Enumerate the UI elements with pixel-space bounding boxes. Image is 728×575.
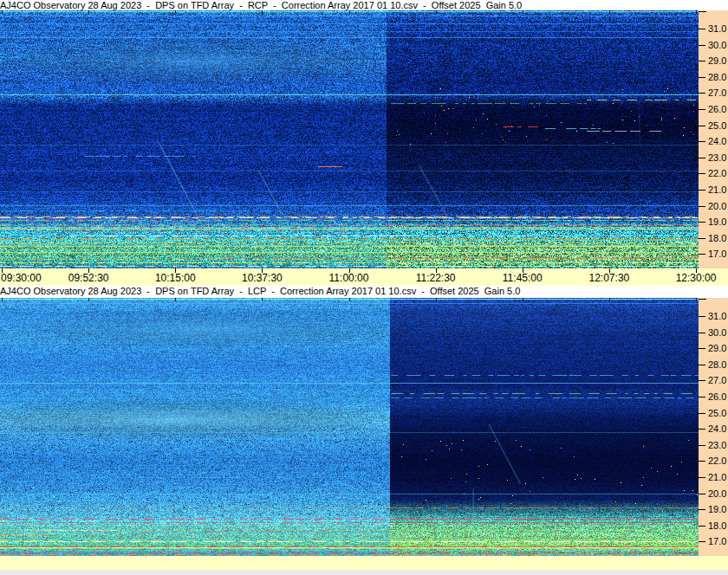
freq-tick <box>699 445 705 446</box>
freq-label: 29.0 <box>708 56 726 66</box>
freq-label: 20.0 <box>708 202 726 211</box>
freq-tick <box>699 429 705 430</box>
freq-tick <box>699 141 705 142</box>
freq-tick <box>699 494 705 494</box>
freq-tick <box>699 61 705 61</box>
freq-label: 22.0 <box>708 456 726 466</box>
freq-label: 30.0 <box>708 328 726 338</box>
freq-axis-rcp: 31.030.029.028.027.026.025.024.023.022.0… <box>699 10 728 268</box>
spectrogram-panel-lcp <box>0 298 699 556</box>
spectrograph-window: AJ4CO Observatory 28 Aug 2023 - DPS on T… <box>0 0 728 575</box>
freq-label: 31.0 <box>708 24 726 34</box>
freq-label: 21.0 <box>708 473 726 482</box>
freq-label: 19.0 <box>708 505 726 514</box>
freq-tick <box>699 45 705 46</box>
panel-top-tick <box>696 298 697 301</box>
freq-tick <box>699 477 705 478</box>
panel-top-tick <box>523 298 523 301</box>
freq-label: 18.0 <box>708 234 726 243</box>
freq-tick <box>699 29 705 29</box>
freq-label: 18.0 <box>708 521 726 531</box>
freq-tick <box>699 173 705 174</box>
freq-label: 17.0 <box>708 249 726 259</box>
panel-row-lcp: 31.030.029.028.027.026.025.024.023.022.0… <box>0 298 728 556</box>
freq-label: 28.0 <box>708 360 726 370</box>
freq-label: 22.0 <box>708 169 726 178</box>
panel-top-tick <box>436 10 437 14</box>
spectrogram-panel-rcp <box>0 10 699 268</box>
freq-tick <box>699 509 705 510</box>
time-label: 09:30:00 <box>1 273 42 284</box>
freq-label: 26.0 <box>708 392 726 402</box>
freq-label: 26.0 <box>708 105 726 114</box>
bottom-time-strip <box>0 556 728 570</box>
freq-tick <box>699 222 705 223</box>
freq-tick <box>699 333 705 333</box>
panel-title-lcp: AJ4CO Observatory 28 Aug 2023 - DPS on T… <box>0 286 728 298</box>
panel-top-tick <box>696 10 697 14</box>
spectrogram-canvas-rcp <box>0 10 699 268</box>
panel-title-rcp: AJ4CO Observatory 28 Aug 2023 - DPS on T… <box>0 0 728 10</box>
freq-tick <box>699 380 705 381</box>
freq-label: 28.0 <box>708 73 726 82</box>
time-label: 10:15:00 <box>155 273 196 284</box>
freq-label: 27.0 <box>708 88 726 98</box>
freq-tick <box>699 316 705 317</box>
freq-edge-tick <box>699 299 706 300</box>
freq-axis-lcp: 31.030.029.028.027.026.025.024.023.022.0… <box>699 298 728 556</box>
time-label: 12:30:00 <box>676 273 717 284</box>
panel-top-tick <box>523 10 523 14</box>
panel-top-tick <box>2 10 3 14</box>
freq-label: 24.0 <box>708 137 726 146</box>
time-label: 11:45:00 <box>503 273 543 284</box>
panel-top-tick <box>262 10 263 14</box>
freq-tick <box>699 461 705 462</box>
freq-label: 31.0 <box>708 312 726 321</box>
freq-tick <box>699 397 705 397</box>
panel-row-rcp: 31.030.029.028.027.026.025.024.023.022.0… <box>0 10 728 268</box>
panel-top-tick <box>349 10 350 14</box>
freq-tick <box>699 190 705 191</box>
freq-label: 19.0 <box>708 217 726 227</box>
freq-tick <box>699 254 705 255</box>
panel-top-tick <box>2 298 3 301</box>
freq-tick <box>699 206 705 207</box>
time-label: 09:52:30 <box>68 273 109 284</box>
panel-top-tick <box>175 10 176 14</box>
window-bottom-strip <box>0 570 728 575</box>
freq-label: 21.0 <box>708 185 726 195</box>
freq-tick <box>699 541 705 542</box>
time-label: 11:22:30 <box>416 273 456 284</box>
freq-tick <box>699 126 705 126</box>
time-axis: 09:30:0009:52:3010:15:0010:37:3011:00:00… <box>0 268 728 286</box>
freq-tick <box>699 93 705 94</box>
panel-top-tick <box>88 298 89 301</box>
panel-top-tick <box>175 298 176 301</box>
freq-edge-tick <box>699 11 706 12</box>
freq-tick <box>699 158 705 158</box>
time-label: 11:00:00 <box>329 273 369 284</box>
freq-tick <box>699 238 705 239</box>
freq-tick <box>699 348 705 349</box>
freq-label: 27.0 <box>708 376 726 385</box>
freq-tick <box>699 109 705 110</box>
spectrogram-canvas-lcp <box>0 298 699 556</box>
panel-top-tick <box>436 298 437 301</box>
time-label: 10:37:30 <box>242 273 283 284</box>
freq-label: 25.0 <box>708 121 726 131</box>
panel-top-tick <box>609 298 610 301</box>
panel-top-tick <box>88 10 89 14</box>
panel-top-tick <box>349 298 350 301</box>
freq-tick <box>699 77 705 78</box>
freq-label: 30.0 <box>708 41 726 50</box>
freq-label: 17.0 <box>708 537 726 546</box>
freq-label: 23.0 <box>708 153 726 163</box>
freq-label: 29.0 <box>708 344 726 353</box>
freq-label: 20.0 <box>708 489 726 499</box>
time-label: 12:07:30 <box>589 273 630 284</box>
panel-top-tick <box>262 298 263 301</box>
freq-tick <box>699 413 705 414</box>
panel-top-tick <box>609 10 610 14</box>
freq-label: 23.0 <box>708 441 726 450</box>
freq-tick <box>699 526 705 527</box>
